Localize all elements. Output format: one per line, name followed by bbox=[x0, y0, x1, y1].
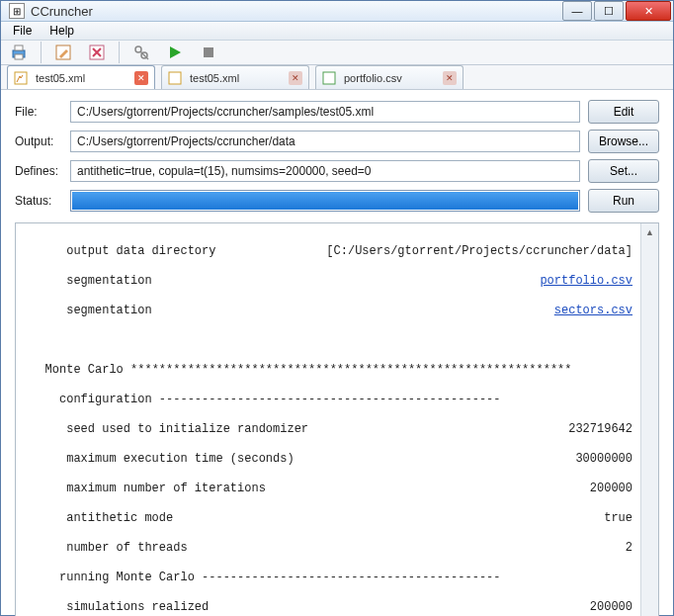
set-button[interactable]: Set... bbox=[588, 159, 659, 183]
tab-label: test05.xml bbox=[190, 72, 281, 84]
defines-label: Defines: bbox=[15, 164, 62, 178]
output-panel: output data directory[C:/Users/gtorrent/… bbox=[15, 222, 659, 616]
minimize-button[interactable]: — bbox=[562, 1, 592, 21]
scroll-up-icon[interactable]: ▲ bbox=[641, 223, 658, 241]
tab-close-icon[interactable]: ✕ bbox=[134, 71, 148, 85]
stop-icon[interactable] bbox=[197, 41, 220, 64]
window-title: CCruncher bbox=[31, 4, 562, 19]
settings-icon[interactable] bbox=[129, 41, 153, 64]
app-window: ⊞ CCruncher — ☐ ✕ File Help test05.xml ✕… bbox=[0, 0, 674, 616]
menu-file[interactable]: File bbox=[5, 22, 40, 40]
xml-icon bbox=[14, 71, 28, 85]
file-input[interactable] bbox=[70, 101, 580, 123]
svg-rect-1 bbox=[15, 45, 23, 50]
file-label: File: bbox=[15, 105, 62, 119]
print-icon[interactable] bbox=[7, 41, 31, 64]
tab-file-1[interactable]: test05.xml ✕ bbox=[7, 65, 155, 89]
svg-rect-10 bbox=[323, 72, 335, 84]
window-controls: — ☐ ✕ bbox=[562, 1, 671, 21]
scroll-track[interactable] bbox=[641, 241, 658, 616]
status-progressbar bbox=[70, 190, 580, 212]
portfolio-link[interactable]: portfolio.csv bbox=[540, 274, 632, 289]
app-icon: ⊞ bbox=[9, 3, 25, 19]
titlebar: ⊞ CCruncher — ☐ ✕ bbox=[1, 1, 673, 22]
output-label: Output: bbox=[15, 134, 62, 148]
edit-button[interactable]: Edit bbox=[588, 100, 659, 124]
config-form: File: Edit Output: Browse... Defines: Se… bbox=[1, 90, 673, 219]
svg-rect-7 bbox=[204, 47, 213, 57]
tab-file-3[interactable]: portfolio.csv ✕ bbox=[315, 65, 463, 89]
status-label: Status: bbox=[15, 194, 62, 208]
toolbar bbox=[1, 41, 673, 65]
scrollbar[interactable]: ▲ ▼ bbox=[640, 223, 658, 616]
maximize-button[interactable]: ☐ bbox=[594, 1, 624, 21]
browse-button[interactable]: Browse... bbox=[588, 130, 659, 153]
tab-label: test05.xml bbox=[36, 72, 126, 84]
csv-icon bbox=[322, 71, 336, 85]
output-log: output data directory[C:/Users/gtorrent/… bbox=[16, 223, 640, 616]
output-input[interactable] bbox=[70, 131, 580, 152]
tab-close-icon[interactable]: ✕ bbox=[443, 71, 457, 85]
close-button[interactable]: ✕ bbox=[626, 1, 671, 21]
tab-close-icon[interactable]: ✕ bbox=[289, 71, 302, 85]
tab-file-2[interactable]: test05.xml ✕ bbox=[161, 65, 309, 89]
svg-rect-2 bbox=[15, 54, 23, 59]
svg-rect-9 bbox=[169, 72, 181, 84]
edit-icon[interactable] bbox=[51, 41, 75, 64]
menubar: File Help bbox=[1, 22, 673, 41]
tabstrip: test05.xml ✕ test05.xml ✕ portfolio.csv … bbox=[1, 65, 673, 90]
run-icon[interactable] bbox=[163, 41, 187, 64]
defines-input[interactable] bbox=[70, 160, 580, 182]
tab-label: portfolio.csv bbox=[344, 72, 435, 84]
run-button[interactable]: Run bbox=[588, 189, 659, 213]
delete-icon[interactable] bbox=[85, 41, 109, 64]
sectors-link[interactable]: sectors.csv bbox=[554, 304, 632, 318]
menu-help[interactable]: Help bbox=[42, 22, 82, 40]
xml-icon bbox=[168, 71, 182, 85]
